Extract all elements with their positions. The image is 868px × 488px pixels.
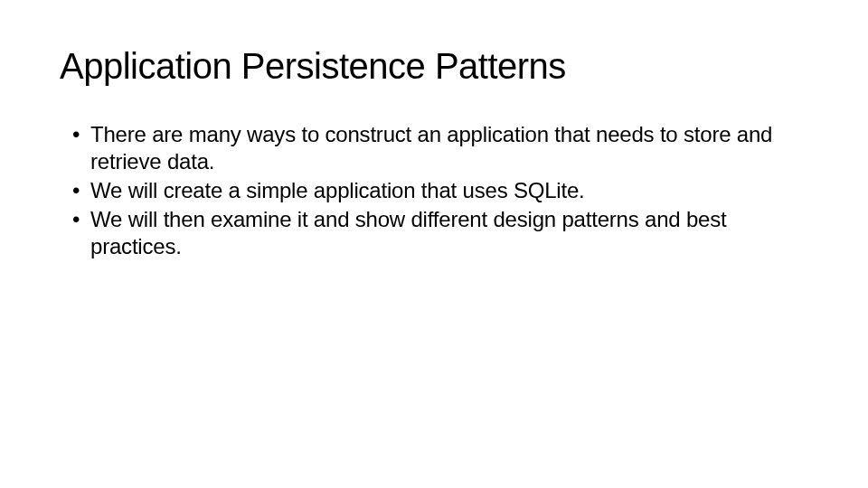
slide: Application Persistence Patterns There a…: [0, 0, 868, 488]
bullet-item: We will then examine it and show differe…: [78, 206, 808, 260]
slide-title: Application Persistence Patterns: [60, 45, 808, 87]
bullet-item: We will create a simple application that…: [78, 177, 808, 204]
bullet-list: There are many ways to construct an appl…: [60, 121, 808, 260]
bullet-item: There are many ways to construct an appl…: [78, 121, 808, 175]
